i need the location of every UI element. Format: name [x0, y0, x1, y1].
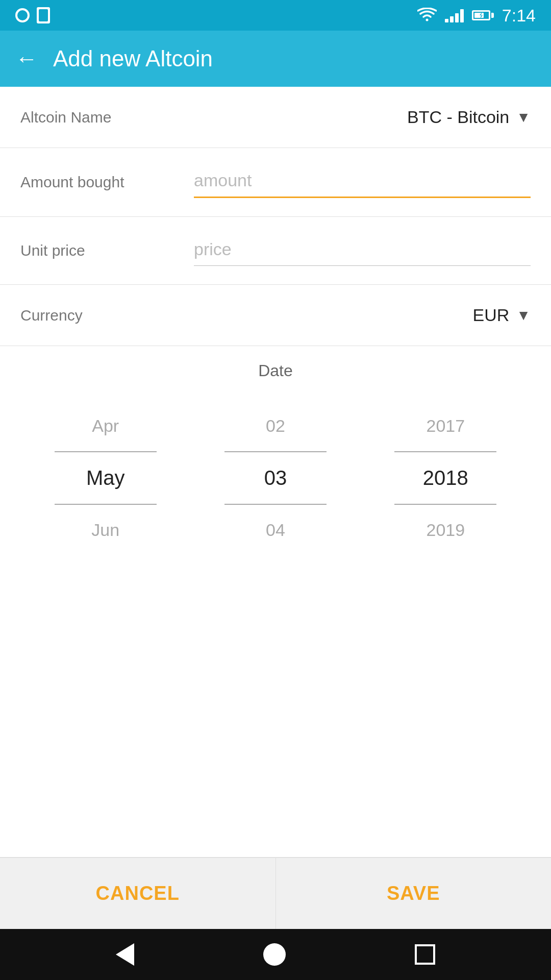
day-prev[interactable]: 02 [190, 401, 360, 451]
nav-bar [0, 929, 551, 980]
nav-recents-icon [415, 944, 435, 965]
wifi-icon [417, 8, 437, 23]
altcoin-name-row: Altcoin Name BTC - Bitcoin ▼ [0, 87, 551, 148]
price-input[interactable] [194, 235, 531, 263]
content-area: Altcoin Name BTC - Bitcoin ▼ Amount boug… [0, 87, 551, 857]
currency-row: Currency EUR ▼ [0, 285, 551, 346]
year-selected[interactable]: 2018 [361, 451, 531, 505]
app-bar: ← Add new Altcoin [0, 31, 551, 87]
currency-label: Currency [20, 307, 184, 324]
currency-dropdown[interactable]: EUR ▼ [184, 305, 531, 325]
status-bar-right: 7:14 [417, 6, 536, 26]
amount-input-container [194, 166, 531, 198]
date-section: Date Apr May Jun 02 03 04 2017 2018 2019 [0, 346, 551, 857]
altcoin-dropdown-arrow-icon: ▼ [516, 109, 531, 126]
amount-bought-row: Amount bought [0, 148, 551, 217]
date-label: Date [258, 361, 293, 380]
month-selected[interactable]: May [20, 451, 190, 505]
year-column[interactable]: 2017 2018 2019 [361, 401, 531, 555]
unit-price-label: Unit price [20, 242, 184, 259]
signal-strength-icon [445, 8, 464, 22]
signal-circle-icon [15, 8, 30, 22]
day-selected[interactable]: 03 [190, 451, 360, 505]
amount-input-underline [194, 197, 531, 198]
nav-recents-button[interactable] [415, 944, 435, 965]
battery-icon [472, 10, 494, 20]
nav-back-button[interactable] [116, 943, 134, 966]
currency-value: EUR [472, 305, 509, 325]
nav-back-icon [116, 943, 134, 966]
altcoin-name-value: BTC - Bitcoin [407, 107, 509, 127]
save-button[interactable]: SAVE [276, 858, 552, 929]
bottom-buttons: CANCEL SAVE [0, 857, 551, 929]
date-picker[interactable]: Apr May Jun 02 03 04 2017 2018 2019 [20, 401, 531, 555]
month-column[interactable]: Apr May Jun [20, 401, 190, 555]
nav-home-icon [263, 943, 286, 966]
price-input-container [194, 235, 531, 266]
altcoin-name-label: Altcoin Name [20, 109, 184, 126]
day-column[interactable]: 02 03 04 [190, 401, 360, 555]
amount-input[interactable] [194, 166, 531, 194]
svg-marker-0 [480, 12, 483, 19]
sim-icon [37, 7, 50, 23]
nav-home-button[interactable] [263, 943, 286, 966]
time-display: 7:14 [502, 6, 536, 26]
day-next[interactable]: 04 [190, 505, 360, 555]
status-bar-left [15, 7, 50, 23]
year-prev[interactable]: 2017 [361, 401, 531, 451]
year-next[interactable]: 2019 [361, 505, 531, 555]
month-prev[interactable]: Apr [20, 401, 190, 451]
price-input-underline [194, 265, 531, 266]
cancel-button[interactable]: CANCEL [0, 858, 276, 929]
unit-price-row: Unit price [0, 217, 551, 285]
currency-dropdown-arrow-icon: ▼ [516, 307, 531, 324]
status-bar: 7:14 [0, 0, 551, 31]
page-title: Add new Altcoin [53, 46, 213, 71]
month-next[interactable]: Jun [20, 505, 190, 555]
back-button[interactable]: ← [15, 47, 38, 70]
amount-bought-label: Amount bought [20, 174, 184, 191]
altcoin-name-dropdown[interactable]: BTC - Bitcoin ▼ [184, 107, 531, 127]
